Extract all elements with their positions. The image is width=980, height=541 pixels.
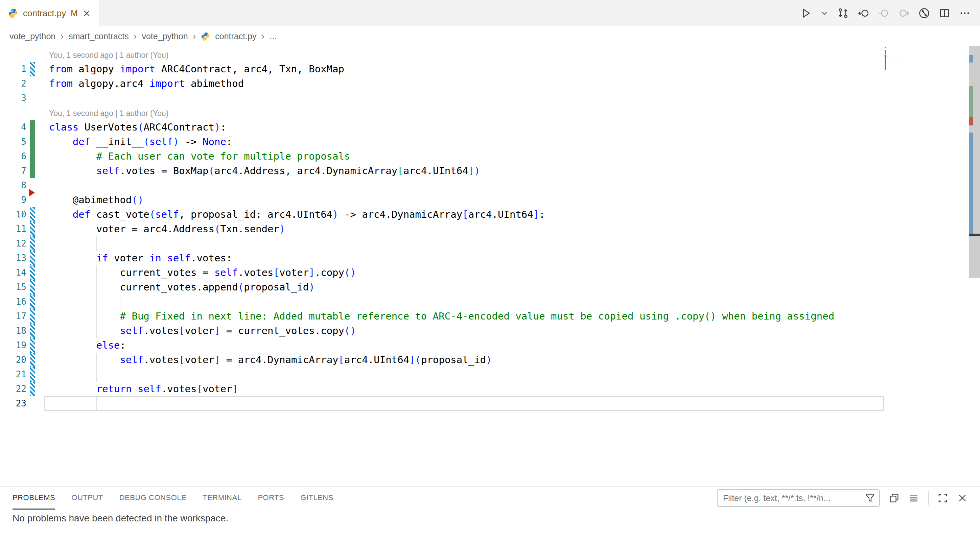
problems-filter-input[interactable] [723, 493, 862, 503]
line-number[interactable]: 8 [0, 178, 26, 193]
code-line[interactable]: return self.votes[voter] [49, 382, 238, 396]
close-tab-icon[interactable] [82, 9, 91, 18]
close-panel-button[interactable] [957, 493, 968, 503]
code-row: 4class UserVotes(ARC4Contract): [0, 120, 980, 135]
gutter-modified-indicator[interactable] [30, 382, 35, 396]
code-line[interactable]: # Bug Fixed in next line: Added mutable … [49, 309, 834, 324]
code-row: 6 # Each user can vote for multiple prop… [0, 149, 980, 164]
code-row: 7 self.votes = BoxMap(arc4.Address, arc4… [0, 164, 980, 178]
blame-lens-row: You, 1 second ago | 1 author (You) [0, 47, 980, 62]
tab-contract-py[interactable]: contract.py M [0, 0, 100, 26]
line-number[interactable]: 21 [0, 367, 26, 382]
code-line[interactable]: else: [49, 338, 126, 353]
line-number[interactable]: 3 [0, 91, 26, 105]
maximize-panel-button[interactable] [937, 493, 948, 503]
gutter-modified-indicator[interactable] [30, 367, 35, 382]
blame-annotation[interactable]: You, 1 second ago | 1 author (You) [49, 107, 169, 120]
gutter-modified-indicator[interactable] [30, 324, 35, 338]
line-number[interactable]: 18 [0, 324, 26, 338]
run-dropdown-button[interactable] [820, 9, 829, 17]
gutter-modified-indicator[interactable] [30, 309, 35, 324]
line-number[interactable]: 17 [0, 309, 26, 324]
gutter-modified-indicator[interactable] [30, 236, 35, 251]
run-python-file-button[interactable] [800, 8, 811, 19]
code-line[interactable]: class UserVotes(ARC4Contract): [49, 120, 226, 135]
breadcrumb-item[interactable]: vote_python [10, 32, 56, 41]
line-number[interactable]: 9 [0, 193, 26, 207]
open-changes-button[interactable] [837, 8, 849, 19]
line-number[interactable]: 6 [0, 149, 26, 164]
open-previous-change-button[interactable] [858, 8, 869, 19]
panel-tab-terminal[interactable]: TERMINAL [202, 487, 242, 509]
line-number[interactable]: 16 [0, 294, 26, 309]
code-line[interactable]: from algopy.arc4 import abimethod [49, 76, 244, 91]
gutter-modified-indicator[interactable] [30, 294, 35, 309]
tab-bar: contract.py M [0, 0, 980, 26]
gutter-modified-indicator[interactable] [30, 251, 35, 266]
breadcrumb-item[interactable]: smart_contracts [68, 32, 129, 41]
line-number[interactable]: 10 [0, 207, 26, 222]
breadcrumb-item[interactable]: ... [269, 32, 277, 41]
line-number[interactable]: 15 [0, 280, 26, 294]
code-line[interactable]: def cast_vote(self, proposal_id: arc4.UI… [49, 207, 545, 222]
gutter-modified-indicator[interactable] [30, 207, 35, 222]
breadcrumb-item[interactable]: vote_python [142, 32, 188, 41]
ruler-cursor-mark [969, 234, 980, 235]
code-line[interactable]: self.votes = BoxMap(arc4.Address, arc4.D… [49, 164, 480, 178]
line-number[interactable]: 2 [0, 76, 26, 91]
panel-tab-problems[interactable]: PROBLEMS [13, 487, 55, 509]
gutter-modified-indicator[interactable] [30, 62, 35, 76]
code-row: 23 [0, 396, 980, 411]
commit-graph-button[interactable] [918, 8, 930, 19]
breadcrumb-separator: › [262, 31, 265, 41]
gutter-modified-indicator[interactable] [30, 266, 35, 280]
breadcrumb: vote_python›smart_contracts›vote_python›… [0, 26, 980, 46]
code-line[interactable]: current_votes.append(proposal_id) [49, 280, 315, 294]
code-line[interactable]: self.votes[voter] = arc4.DynamicArray[ar… [49, 353, 492, 367]
filter-funnel-icon[interactable] [865, 493, 875, 503]
gutter-modified-indicator[interactable] [30, 280, 35, 294]
gutter-deleted-indicator[interactable] [29, 189, 35, 196]
panel-tab-output[interactable]: OUTPUT [72, 487, 103, 509]
line-number[interactable]: 19 [0, 338, 26, 353]
breadcrumb-item[interactable]: contract.py [215, 32, 256, 41]
line-number[interactable]: 1 [0, 62, 26, 76]
code-line[interactable]: @abimethod() [49, 193, 143, 207]
blame-annotation[interactable]: You, 1 second ago | 1 author (You) [49, 49, 169, 62]
gutter-modified-indicator[interactable] [30, 353, 35, 367]
collapse-all-button[interactable] [889, 493, 899, 503]
gutter-added-indicator[interactable] [30, 120, 35, 135]
code-line[interactable]: current_votes = self.votes[voter].copy() [49, 266, 356, 280]
code-line[interactable]: def __init__(self) -> None: [49, 135, 232, 149]
line-number[interactable]: 5 [0, 135, 26, 149]
panel-tab-ports[interactable]: PORTS [258, 487, 284, 509]
code-line[interactable]: from algopy import ARC4Contract, arc4, T… [49, 62, 344, 76]
line-number[interactable]: 23 [0, 396, 26, 411]
gutter-modified-indicator[interactable] [30, 222, 35, 236]
gutter-added-indicator[interactable] [30, 135, 35, 149]
code-line[interactable]: if voter in self.votes: [49, 251, 232, 266]
code-line[interactable]: voter = arc4.Address(Txn.sender) [49, 222, 285, 236]
panel-tab-gitlens[interactable]: GITLENS [300, 487, 333, 509]
line-number[interactable]: 4 [0, 120, 26, 135]
indent-guide [120, 294, 121, 309]
code-line[interactable]: # Each user can vote for multiple propos… [49, 149, 350, 164]
line-number[interactable]: 13 [0, 251, 26, 266]
line-number[interactable]: 22 [0, 382, 26, 396]
line-number[interactable]: 12 [0, 236, 26, 251]
line-number[interactable]: 20 [0, 353, 26, 367]
line-number[interactable]: 7 [0, 164, 26, 178]
panel-tab-debug-console[interactable]: DEBUG CONSOLE [119, 487, 186, 509]
code-row: 12 [0, 236, 980, 251]
code-line[interactable]: self.votes[voter] = current_votes.copy() [49, 324, 356, 338]
view-as-table-button[interactable] [908, 493, 919, 503]
split-editor-button[interactable] [939, 8, 950, 19]
line-number[interactable]: 14 [0, 266, 26, 280]
list-lines-icon [908, 493, 919, 503]
line-number[interactable]: 11 [0, 222, 26, 236]
gutter-modified-indicator[interactable] [30, 338, 35, 353]
code-row: 14 current_votes = self.votes[voter].cop… [0, 266, 980, 280]
gutter-added-indicator[interactable] [30, 164, 35, 178]
gutter-added-indicator[interactable] [30, 149, 35, 164]
minimap[interactable]: from algopy import ARC4Contract, arc4, T… [885, 47, 969, 111]
